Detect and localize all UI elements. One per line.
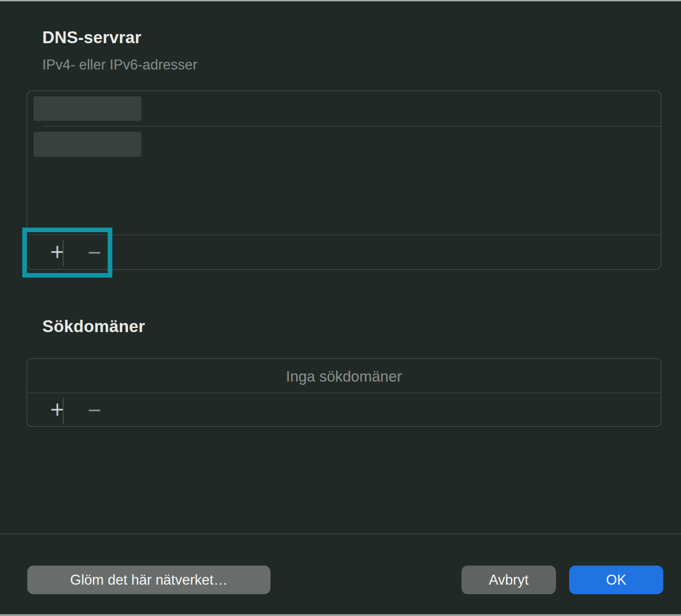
- control-row-divider: [27, 234, 661, 235]
- control-separator: [63, 398, 64, 424]
- row-divider: [42, 126, 661, 127]
- forget-network-button[interactable]: Glöm det här nätverket…: [27, 566, 270, 594]
- window-bottom-edge: [0, 614, 681, 616]
- remove-search-domain-button[interactable]: −: [81, 401, 108, 419]
- dns-servers-subtitle: IPv4- eller IPv6-adresser: [42, 57, 197, 73]
- add-search-domain-button[interactable]: +: [44, 400, 71, 419]
- dns-servers-title: DNS-servrar: [42, 28, 141, 47]
- search-domains-list[interactable]: Inga sökdomäner + −: [26, 358, 661, 427]
- highlight-annotation: [22, 228, 112, 278]
- dns-server-entry-redacted[interactable]: [34, 96, 141, 121]
- ok-button[interactable]: OK: [569, 566, 663, 594]
- dns-server-entry-redacted[interactable]: [34, 132, 141, 157]
- empty-search-domains-label: Inga sökdomäner: [27, 368, 661, 385]
- window-top-edge: [0, 0, 681, 1]
- control-row-divider: [27, 392, 661, 393]
- footer-divider: [0, 533, 681, 534]
- cancel-button[interactable]: Avbryt: [461, 566, 556, 594]
- search-domains-title: Sökdomäner: [42, 317, 145, 336]
- dns-server-list[interactable]: + −: [26, 90, 661, 270]
